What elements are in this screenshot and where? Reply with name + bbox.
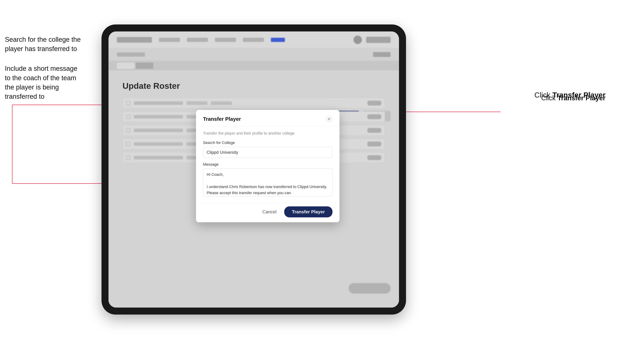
message-label: Message xyxy=(203,162,332,167)
transfer-player-annotation: Transfer Player xyxy=(552,91,606,99)
right-annotation: Click Transfer Player xyxy=(534,91,606,99)
modal-title: Transfer Player xyxy=(203,116,241,122)
message-textarea[interactable] xyxy=(203,169,332,196)
tablet-screen: Update Roster xyxy=(108,31,399,308)
transfer-player-modal: Transfer Player × Transfer the player an… xyxy=(196,110,340,222)
modal-close-button[interactable]: × xyxy=(326,116,332,123)
cancel-button[interactable]: Cancel xyxy=(259,207,280,216)
search-college-input[interactable] xyxy=(203,147,332,158)
modal-footer: Cancel Transfer Player xyxy=(196,203,340,222)
search-label: Search for College xyxy=(203,141,332,145)
close-icon: × xyxy=(328,117,330,121)
modal-overlay: Transfer Player × Transfer the player an… xyxy=(108,31,399,308)
modal-subtitle: Transfer the player and their profile to… xyxy=(203,131,332,136)
annotation-left: Search for the college the player has tr… xyxy=(5,35,96,112)
modal-header: Transfer Player × xyxy=(196,110,340,126)
transfer-player-button[interactable]: Transfer Player xyxy=(284,206,332,217)
modal-body: Transfer the player and their profile to… xyxy=(196,126,340,203)
annotation-search-text: Search for the college the player has tr… xyxy=(5,35,96,53)
tablet-frame: Update Roster xyxy=(102,24,406,315)
annotation-message-text: Include a short messageto the coach of t… xyxy=(5,64,96,101)
